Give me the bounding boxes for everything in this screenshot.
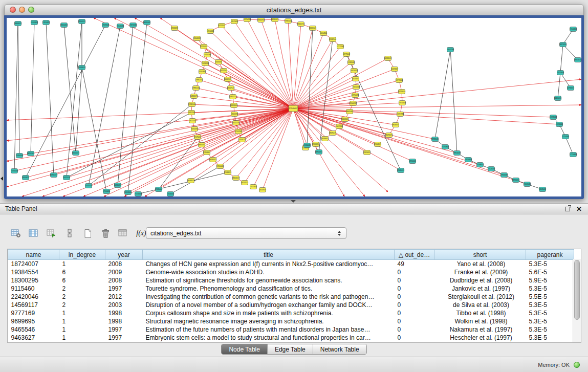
- table-cell[interactable]: 2: [59, 285, 105, 293]
- table-cell[interactable]: 1: [59, 260, 105, 269]
- table-row[interactable]: 911546021997Tourette syndrome. Phenomeno…: [8, 285, 574, 293]
- table-cell[interactable]: 1: [59, 309, 105, 317]
- table-cell[interactable]: 0: [395, 334, 434, 342]
- column-header[interactable]: name: [8, 250, 59, 260]
- scrollbar-thumb[interactable]: [574, 260, 580, 320]
- import-table-icon[interactable]: [117, 227, 130, 240]
- table-cell[interactable]: 0: [395, 285, 434, 293]
- table-cell[interactable]: 9463627: [8, 334, 59, 342]
- table-cell[interactable]: Wolkin et al. (1998): [434, 317, 526, 325]
- table-cell[interactable]: Nakamura et al. (1997): [434, 325, 526, 334]
- table-cell[interactable]: 5.3E-5: [526, 285, 574, 293]
- table-cell[interactable]: 6: [59, 276, 105, 285]
- table-cell[interactable]: 5.6E-5: [526, 268, 574, 276]
- column-header[interactable]: short: [434, 250, 526, 260]
- table-cell[interactable]: 1998: [105, 309, 143, 317]
- table-cell[interactable]: 18300295: [8, 276, 59, 285]
- table-cell[interactable]: 0: [395, 276, 434, 285]
- table-cell[interactable]: 1: [59, 325, 105, 334]
- table-cell[interactable]: 9699695: [8, 317, 59, 325]
- table-cell[interactable]: 2012: [105, 293, 143, 301]
- table-cell[interactable]: 9777169: [8, 309, 59, 317]
- table-cell[interactable]: 9115460: [8, 285, 59, 293]
- table-row[interactable]: 1830029562008Estimation of significance …: [8, 276, 574, 285]
- table-cell[interactable]: de Silva et al. (2003): [434, 301, 526, 309]
- table-cell[interactable]: Tourette syndrome. Phenomenology and cla…: [143, 285, 395, 293]
- table-cell[interactable]: 0: [395, 309, 434, 317]
- table-cell[interactable]: Investigating the contribution of common…: [143, 293, 395, 301]
- table-cell[interactable]: 1997: [105, 285, 143, 293]
- table-row[interactable]: 1938455462009Genome-wide association stu…: [8, 268, 574, 276]
- minimize-window-button[interactable]: [19, 7, 25, 13]
- table-cell[interactable]: 2009: [105, 268, 143, 276]
- table-row[interactable]: 946362711997Embryonic stem cells: a mode…: [8, 334, 574, 342]
- table-cell[interactable]: 1: [59, 317, 105, 325]
- add-column-icon[interactable]: [45, 227, 58, 240]
- table-cell[interactable]: 49: [395, 260, 434, 269]
- table-cell[interactable]: 5.5E-5: [526, 293, 574, 301]
- table-cell[interactable]: Structural magnetic resonance image aver…: [143, 317, 395, 325]
- table-cell[interactable]: 2: [59, 301, 105, 309]
- table-cell[interactable]: Tibbo et al. (1998): [434, 309, 526, 317]
- table-cell[interactable]: 1997: [105, 334, 143, 342]
- table-cell[interactable]: 19384554: [8, 268, 59, 276]
- table-cell[interactable]: 0: [395, 317, 434, 325]
- table-cell[interactable]: Changes of HCN gene expression and I(f) …: [143, 260, 395, 269]
- table-cell[interactable]: 5.3E-5: [526, 334, 574, 342]
- tab-node-table[interactable]: Node Table: [222, 344, 267, 354]
- table-cell[interactable]: 5.3E-5: [526, 317, 574, 325]
- table-cell[interactable]: Disruption of a novel member of a sodium…: [143, 301, 395, 309]
- tab-edge-table[interactable]: Edge Table: [267, 344, 313, 354]
- table-settings-icon[interactable]: [9, 227, 23, 240]
- zoom-window-button[interactable]: [28, 7, 34, 13]
- close-window-button[interactable]: [10, 7, 16, 13]
- tab-network-table[interactable]: Network Table: [313, 344, 366, 354]
- table-cell[interactable]: 2003: [105, 301, 143, 309]
- table-cell[interactable]: Hescheler et al. (1997): [434, 334, 526, 342]
- float-panel-icon[interactable]: [565, 207, 570, 211]
- table-cell[interactable]: Embryonic stem cells: a model to study s…: [143, 334, 395, 342]
- table-cell[interactable]: Corpus callosum shape and size in male p…: [143, 309, 395, 317]
- table-cell[interactable]: 14569117: [8, 301, 59, 309]
- new-table-icon[interactable]: [81, 227, 94, 240]
- window-titlebar[interactable]: citations_edges.txt: [4, 4, 584, 15]
- table-cell[interactable]: 0: [395, 301, 434, 309]
- table-cell[interactable]: 0: [395, 268, 434, 276]
- table-selector-combobox[interactable]: citations_edges.txt: [146, 227, 346, 239]
- table-cell[interactable]: 6: [59, 268, 105, 276]
- table-cell[interactable]: 2008: [105, 276, 143, 285]
- table-cell[interactable]: 5.3E-5: [526, 309, 574, 317]
- column-header[interactable]: in_degree: [59, 250, 105, 260]
- table-row[interactable]: 1872400712008Changes of HCN gene express…: [8, 260, 574, 269]
- table-cell[interactable]: 0: [395, 293, 434, 301]
- left-panel-collapse-handle[interactable]: [1, 177, 3, 181]
- table-cell[interactable]: Stergiakouli et al. (2012): [434, 293, 526, 301]
- combobox-stepper-icon[interactable]: [335, 231, 343, 236]
- table-cell[interactable]: 2: [59, 293, 105, 301]
- table-cell[interactable]: 1998: [105, 317, 143, 325]
- table-row[interactable]: 977716911998Corpus callosum shape and si…: [8, 309, 574, 317]
- table-row[interactable]: 946554611997Estimation of the future num…: [8, 325, 574, 334]
- table-cell[interactable]: 5.9E-5: [526, 276, 574, 285]
- close-panel-icon[interactable]: ✕: [576, 206, 582, 212]
- column-header[interactable]: pagerank: [526, 250, 574, 260]
- table-cell[interactable]: 22420046: [8, 293, 59, 301]
- table-cell[interactable]: Franke et al. (2009): [434, 268, 526, 276]
- column-visibility-icon[interactable]: [27, 227, 40, 240]
- table-cell[interactable]: 5.3E-5: [526, 260, 574, 269]
- table-cell[interactable]: Estimation of significance thresholds fo…: [143, 276, 395, 285]
- table-cell[interactable]: 9465546: [8, 325, 59, 334]
- table-cell[interactable]: 1: [59, 334, 105, 342]
- vertical-scrollbar[interactable]: [573, 259, 581, 342]
- table-cell[interactable]: Dudbridge et al. (2008): [434, 276, 526, 285]
- table-cell[interactable]: 5.3E-5: [526, 325, 574, 334]
- delete-table-icon[interactable]: [99, 227, 112, 240]
- column-header[interactable]: △ out_de…: [395, 250, 434, 260]
- table-cell[interactable]: 2008: [105, 260, 143, 269]
- row-height-icon[interactable]: [63, 227, 76, 240]
- table-row[interactable]: 2242004622012Investigating the contribut…: [8, 293, 574, 301]
- network-canvas[interactable]: 1724040722608322127152031785419421858125…: [7, 18, 581, 196]
- column-header[interactable]: title: [143, 250, 395, 260]
- table-cell[interactable]: Estimation of the future numbers of pati…: [143, 325, 395, 334]
- table-cell[interactable]: 0: [395, 325, 434, 334]
